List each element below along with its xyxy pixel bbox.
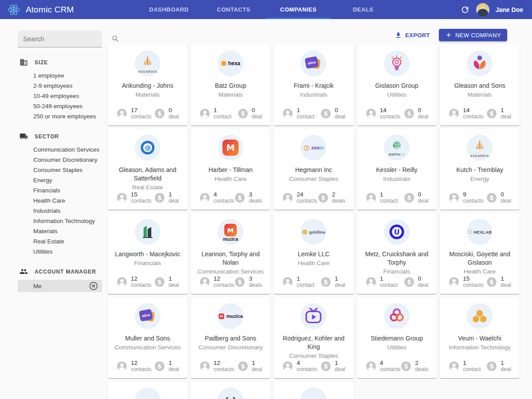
company-sector: Consumer Discretionary [199,344,263,351]
remove-filter-icon[interactable] [89,281,98,291]
dollar-icon: $ [154,192,165,203]
blank-circle-icon [301,387,326,399]
company-card[interactable]: ⬢⬢⬢ Veum - Waelchi Information Technolog… [440,297,520,378]
company-card[interactable]: M muzica Padberg and Sons Consumer Discr… [191,297,270,378]
filter-item[interactable]: Real Estate [18,236,102,246]
filter-item[interactable]: Consumer Discretionary [18,155,102,165]
filter-item[interactable]: Industrials [18,206,102,216]
filter-item[interactable]: 50-249 employees [18,101,102,111]
filter-item[interactable]: Utilities [18,246,102,257]
new-company-button[interactable]: NEW COMPANY [439,29,507,41]
company-card[interactable]: Stiedemann Group Utilities 4contacts [357,297,437,378]
company-sector: Health Care [215,176,246,182]
atica-card-icon: atica [135,303,160,329]
company-card[interactable]: Langworth - Macejkovic Financials 12cont… [108,213,188,294]
export-button[interactable]: EXPORT [395,31,430,39]
muzica-square-icon: Mmuzica [218,219,243,245]
search-input[interactable] [23,35,111,43]
filter-item[interactable]: 250 or more employees [18,111,102,121]
filter-item[interactable]: Communication Services [18,145,102,155]
nav-tab-companies[interactable]: COMPANIES [266,0,331,19]
svg-text:$: $ [407,194,411,201]
nav-tab-dashboard[interactable]: DASHBOARD [137,0,201,19]
company-card[interactable]: Gislason Group Utilities 14contacts [357,44,437,125]
company-sector: Communication Services [114,344,180,351]
filter-item[interactable]: Health Care [18,196,102,206]
tv-large-icon [301,303,326,329]
company-card[interactable]: atica Frami - Krajcik Industrials 1conta… [274,44,353,125]
svg-text:$: $ [324,363,328,370]
dollar-icon: $ [486,360,497,372]
company-card[interactable]: @ Gleason, Adams and Satterfield Real Es… [108,129,188,210]
company-card[interactable]: ASGARDIA Kutch - Tremblay Energy 9contac… [440,129,520,210]
filter-item[interactable]: 2-9 employees [18,81,102,91]
svg-text:M: M [226,143,235,153]
company-card[interactable]: M Harber - Tillman Health Care 4contacts [191,129,270,210]
contacts-label: contact [297,282,314,289]
contacts-stat: 1contact [282,275,314,289]
company-card[interactable]: Rodriguez, Kohler and King Consumer Stap… [274,297,353,378]
contacts-count: 14 [380,107,401,113]
building-icon [20,58,28,66]
contacts-count: 12 [131,360,152,366]
contacts-label: contacts [463,113,484,120]
company-card[interactable] [108,381,188,399]
person-icon [116,192,128,203]
person-icon [116,276,128,288]
company-card[interactable]: ⬢hexa Batz Group Materials 1contact [191,44,270,125]
contacts-stat: 12contacts [116,275,152,289]
contacts-count: 1 [297,107,314,113]
company-card[interactable]: Mmuzica Leannon, Torphy and Nolan Commun… [191,213,270,294]
company-card[interactable]: Gleason and Sons Materials 14contacts [440,44,520,125]
filter-item[interactable]: Energy [18,175,102,185]
deals-count: 1 [252,360,262,366]
company-card[interactable]: zootv Hegmann Inc Consumer Staples 24con… [274,129,353,210]
deals-label: deal [335,113,345,120]
person-icon [448,108,460,119]
contacts-stat: 24contacts [282,191,317,204]
dollar-icon: $ [317,192,329,203]
filter-item[interactable]: Financials [18,185,102,196]
deals-stat: $ 1deal [154,191,179,204]
company-sector: Utilities [387,91,407,98]
company-card[interactable]: ⬡HEXLAB Mosciski, Goyette and Gislason H… [440,213,520,294]
svg-text:$: $ [157,278,161,286]
nav-tab-contacts[interactable]: CONTACTS [201,0,266,19]
contacts-stat: 1contact [282,107,314,120]
refresh-icon[interactable] [460,5,470,15]
filter-section-size: SIZE 1 employee2-9 employees10-49 employ… [18,58,102,121]
filter-item[interactable]: Information Technology [18,216,102,226]
filter-item[interactable]: 1 employee [18,70,102,81]
contacts-stat: 12contacts [199,275,235,289]
person-icon [365,360,377,372]
contacts-label: contact [380,282,398,289]
flower-icon [467,51,493,76]
user-avatar[interactable] [476,3,489,16]
deals-stat: $ 1deal [486,107,511,120]
nav-tab-deals[interactable]: DEALS [331,0,395,19]
company-name: Mosciski, Goyette and Gislason [442,250,517,267]
company-card[interactable]: U Metz, Cruickshank and Torphy Financial… [357,213,437,294]
company-card[interactable] [274,381,353,399]
filter-chip-selected[interactable]: Me [18,280,102,292]
contacts-label: contacts [131,113,152,120]
filter-item[interactable]: Materials [18,226,102,236]
deals-label: deal [252,113,262,120]
company-card[interactable]: goldline Lemke LLC Health Care 1contact [274,213,353,294]
svg-text:$: $ [490,363,494,370]
person-icon [282,360,293,372]
hex-cluster-icon: ⬢⬢⬢ [467,303,493,329]
company-card[interactable]: atica Muller and Sons Communication Serv… [108,297,188,378]
contacts-stat: 14contacts [365,107,401,120]
dollar-icon: $ [486,108,497,119]
dollar-icon: $ [400,360,412,372]
filter-item[interactable]: Consumer Staples [18,165,102,175]
deals-count: 1 [501,107,511,113]
company-card[interactable]: {∴} [191,381,270,399]
company-card[interactable]: EARTH2.0 Kessler - Reilly Industrials 1c… [357,129,437,210]
filter-item[interactable]: 10-49 employees [18,91,102,101]
deals-label: deal [168,198,179,204]
company-card[interactable]: ASGARDIA Ankunding - Johns Materials 17c… [108,44,188,125]
svg-text:$: $ [404,363,408,370]
download-icon [395,31,402,39]
